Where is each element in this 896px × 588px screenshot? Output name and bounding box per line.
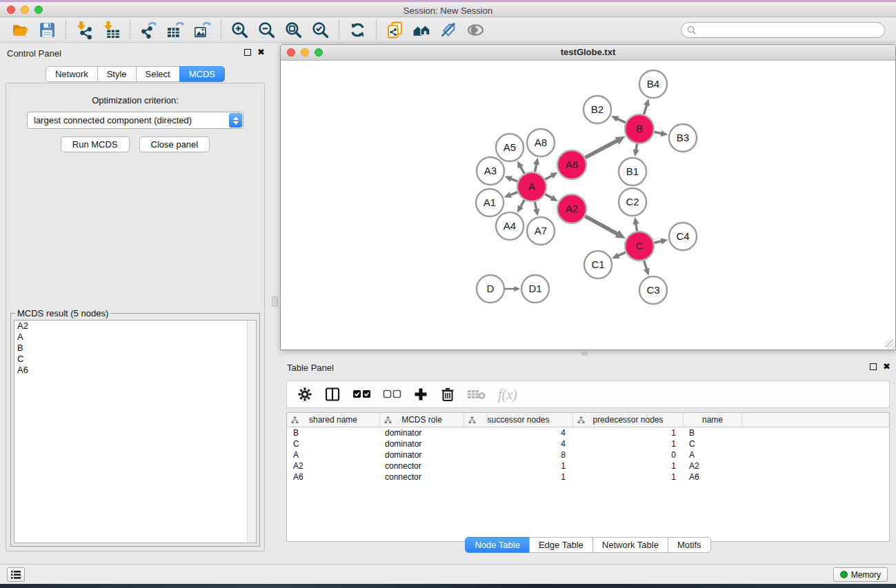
close-panel-icon[interactable]: ✖ <box>883 363 890 371</box>
zoom-selected-button[interactable] <box>307 19 334 41</box>
open-file-button[interactable] <box>7 19 34 41</box>
task-history-button[interactable] <box>7 567 25 582</box>
tab-mcds[interactable]: MCDS <box>179 66 225 82</box>
tab-node-table[interactable]: Node Table <box>465 537 530 553</box>
table-cell[interactable]: dominator <box>380 450 464 460</box>
table-cell[interactable]: A6 <box>287 472 380 482</box>
list-item[interactable]: A <box>14 332 256 343</box>
search-field[interactable] <box>681 22 885 38</box>
mcds-result-list[interactable]: A2ABCA6 <box>14 320 257 543</box>
import-table-icon <box>102 21 121 39</box>
column-header-predecessor-nodes[interactable]: predecessor nodes <box>573 413 684 427</box>
table-cell[interactable]: B <box>287 428 380 438</box>
table-row[interactable]: Cdominator41C <box>287 438 889 449</box>
delete-table-button[interactable] <box>467 387 486 401</box>
zoom-fit-content-button[interactable] <box>280 19 307 41</box>
export-network-button[interactable] <box>135 19 162 41</box>
table-row[interactable]: Bdominator41B <box>287 427 889 438</box>
table-cell[interactable]: 1 <box>464 472 573 482</box>
table-cell[interactable]: connector <box>380 472 464 482</box>
table-cell[interactable]: dominator <box>380 428 464 438</box>
graph-edge[interactable] <box>616 119 626 123</box>
memory-button[interactable]: Memory <box>833 567 888 582</box>
tab-network[interactable]: Network <box>46 66 98 82</box>
close-panel-icon[interactable]: ✖ <box>257 48 265 57</box>
graph-edge[interactable] <box>644 261 647 270</box>
tab-network-table[interactable]: Network Table <box>593 537 668 553</box>
hide-graphics-details-button[interactable] <box>435 19 462 41</box>
graph-edge[interactable] <box>585 140 618 158</box>
divider-grip[interactable] <box>581 352 588 356</box>
select-all-button[interactable] <box>352 388 371 401</box>
column-header-name[interactable]: name <box>684 413 742 427</box>
zoom-in-button[interactable] <box>226 19 253 41</box>
table-cell[interactable]: 0 <box>573 450 684 460</box>
list-item[interactable]: B <box>14 343 256 354</box>
table-cell[interactable]: A <box>684 450 742 460</box>
table-cell[interactable]: 1 <box>573 472 684 482</box>
delete-column-button[interactable] <box>440 387 455 402</box>
table-cell[interactable]: 1 <box>573 428 684 438</box>
list-item[interactable]: A2 <box>14 321 256 332</box>
table-cell[interactable]: A2 <box>287 461 380 471</box>
show-column-panel-button[interactable] <box>324 386 341 403</box>
table-cell[interactable]: dominator <box>380 439 464 449</box>
table-cell[interactable]: B <box>684 428 742 438</box>
network-window-titlebar[interactable]: testGlobe.txt <box>281 45 895 61</box>
export-table-button[interactable] <box>162 19 189 41</box>
list-item[interactable]: C <box>14 354 256 365</box>
column-header-shared-name[interactable]: shared name <box>287 413 380 427</box>
optimization-criterion-select[interactable]: largest connected component (directed) <box>27 112 243 129</box>
import-table-button[interactable] <box>98 19 125 41</box>
table-row[interactable]: A2connector11A2 <box>287 460 889 472</box>
table-row[interactable]: A6connector11A6 <box>287 472 889 483</box>
zoom-out-button[interactable] <box>253 19 280 41</box>
column-header-successor-nodes[interactable]: successor nodes <box>464 413 573 427</box>
function-builder-button[interactable]: f(x) <box>498 387 517 403</box>
vertical-split-divider[interactable] <box>270 43 280 564</box>
table-cell[interactable]: connector <box>380 461 464 471</box>
table-settings-button[interactable] <box>297 387 312 402</box>
table-cell[interactable]: A6 <box>684 472 742 482</box>
add-column-button[interactable] <box>413 387 428 402</box>
deselect-all-button[interactable] <box>383 388 401 401</box>
tab-motifs[interactable]: Motifs <box>668 537 711 553</box>
tab-style[interactable]: Style <box>97 66 137 82</box>
list-item[interactable]: A6 <box>14 365 256 376</box>
tab-select[interactable]: Select <box>136 66 180 82</box>
tab-edge-table[interactable]: Edge Table <box>529 537 593 553</box>
table-cell[interactable]: 1 <box>573 461 684 471</box>
delete-table-icon <box>467 387 486 401</box>
window-resize-grip[interactable] <box>886 340 895 349</box>
import-network-button[interactable] <box>71 19 98 41</box>
list-scrollbar[interactable] <box>247 321 256 543</box>
table-cell[interactable]: C <box>287 439 380 449</box>
table-cell[interactable]: 4 <box>464 439 573 449</box>
table-cell[interactable]: 1 <box>464 461 573 471</box>
table-header-row: shared name MCDS role successor nodes pr… <box>287 413 889 427</box>
table-cell[interactable]: C <box>684 439 742 449</box>
table-cell[interactable]: 1 <box>573 439 684 449</box>
table-cell[interactable]: 4 <box>464 428 573 438</box>
show-graphics-details-button[interactable] <box>462 19 489 41</box>
refresh-layout-button[interactable] <box>344 19 371 41</box>
copy-network-button[interactable] <box>381 19 408 41</box>
graph-edge[interactable] <box>644 104 647 114</box>
table-cell[interactable]: 8 <box>464 450 573 460</box>
table-cell[interactable]: A <box>287 450 380 460</box>
float-panel-icon[interactable] <box>244 49 251 56</box>
export-image-button[interactable] <box>189 19 216 41</box>
table-row[interactable]: Adominator80A <box>287 449 889 460</box>
show-all-networks-button[interactable] <box>408 19 435 41</box>
run-mcds-button[interactable]: Run MCDS <box>61 136 130 152</box>
column-header-mcds-role[interactable]: MCDS role <box>380 413 464 427</box>
graph-edge[interactable] <box>585 216 619 235</box>
save-session-button[interactable] <box>34 19 61 41</box>
search-input[interactable] <box>697 23 884 36</box>
table-cell[interactable]: A2 <box>684 461 742 471</box>
network-canvas[interactable]: AA1A2A3A4A5A6A7A8BB1B2B3B4CC1C2C3C4DD1 <box>281 61 895 349</box>
float-panel-icon[interactable] <box>870 363 877 370</box>
divider-grip[interactable] <box>272 296 278 307</box>
horizontal-split-divider[interactable] <box>280 350 896 357</box>
close-panel-button[interactable]: Close panel <box>139 136 210 152</box>
